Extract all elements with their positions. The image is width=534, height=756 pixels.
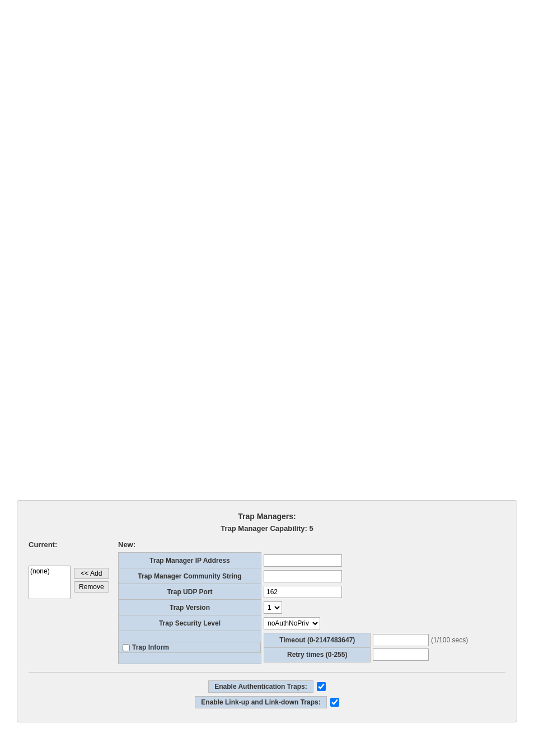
security-level-select[interactable]: noAuthNoPriv authNoPriv authPriv [264,617,320,629]
security-level-label: Trap Security Level [119,615,261,631]
ip-address-input-cell [261,553,505,568]
table-row: Trap Version 1 2 3 [119,600,505,615]
udp-port-input[interactable] [264,586,342,598]
community-string-input[interactable] [264,570,342,582]
remove-button[interactable]: Remove [74,581,109,592]
inform-inner-table: Timeout (0-2147483647) (1/100 secs) Retr… [264,633,503,662]
button-group: << Add Remove [74,568,109,592]
divider [29,672,505,673]
ip-address-label: Trap Manager IP Address [119,553,261,568]
trap-inform-checkbox[interactable] [123,644,130,651]
retry-input[interactable] [373,648,429,661]
table-row: Timeout (0-2147483647) (1/100 secs) [264,633,503,647]
add-button[interactable]: << Add [74,568,109,579]
new-label: New: [118,540,505,549]
link-traps-label: Enable Link-up and Link-down Traps: [195,696,326,708]
trap-inform-label-cell: Trap Inform [119,631,261,664]
link-traps-checkbox[interactable] [330,698,339,707]
table-row: Trap Manager Community String [119,568,505,584]
trap-version-input-cell: 1 2 3 [261,600,505,615]
fields-table: Trap Manager IP Address Trap Manager Com… [118,552,505,664]
retry-input-cell [371,647,503,662]
new-section: New: Trap Manager IP Address Trap Manage… [118,540,505,664]
timeout-input-cell: (1/100 secs) [371,633,503,647]
table-row: Trap Security Level noAuthNoPriv authNoP… [119,615,505,631]
panel-subtitle: Trap Manager Capability: 5 [29,524,505,533]
auth-section: Enable Authentication Traps: Enable Link… [29,680,505,708]
current-section: Current: (none) << Add Remove [29,540,118,664]
ip-address-input[interactable] [264,554,342,567]
timeout-input[interactable] [373,634,429,646]
community-string-input-cell [261,568,505,584]
timeout-label: Timeout (0-2147483647) [264,633,370,647]
table-row: Retry times (0-255) [264,647,503,662]
managers-section: Current: (none) << Add Remove New: Trap [29,540,505,664]
secs-label: (1/100 secs) [431,636,468,644]
auth-traps-row: Enable Authentication Traps: [208,680,326,693]
udp-port-input-cell [261,584,505,600]
main-panel: Trap Managers: Trap Manager Capability: … [17,500,517,722]
table-row: Trap Manager IP Address [119,553,505,568]
trap-version-label: Trap Version [119,600,261,615]
trap-inform-text: Trap Inform [132,643,169,651]
udp-port-label: Trap UDP Port [119,584,261,600]
panel-title: Trap Managers: [29,512,505,521]
table-row: Trap UDP Port [119,584,505,600]
current-list-area: (none) << Add Remove [29,566,113,599]
current-listbox[interactable]: (none) [29,566,71,599]
auth-traps-label: Enable Authentication Traps: [208,680,313,693]
security-level-input-cell: noAuthNoPriv authNoPriv authPriv [261,615,505,631]
retry-label: Retry times (0-255) [264,647,370,662]
trap-inform-row: Trap Inform Timeout (0-2147483647) (1/10… [119,631,505,664]
trap-version-select[interactable]: 1 2 3 [264,601,282,614]
auth-traps-checkbox[interactable] [317,682,326,691]
current-label: Current: [29,540,113,549]
community-string-label: Trap Manager Community String [119,568,261,584]
page-container: Trap Managers: Trap Manager Capability: … [0,0,534,756]
link-traps-row: Enable Link-up and Link-down Traps: [195,696,339,708]
trap-inform-label: Trap Inform [119,642,261,653]
trap-inform-input-cell: Timeout (0-2147483647) (1/100 secs) Retr… [261,631,505,664]
